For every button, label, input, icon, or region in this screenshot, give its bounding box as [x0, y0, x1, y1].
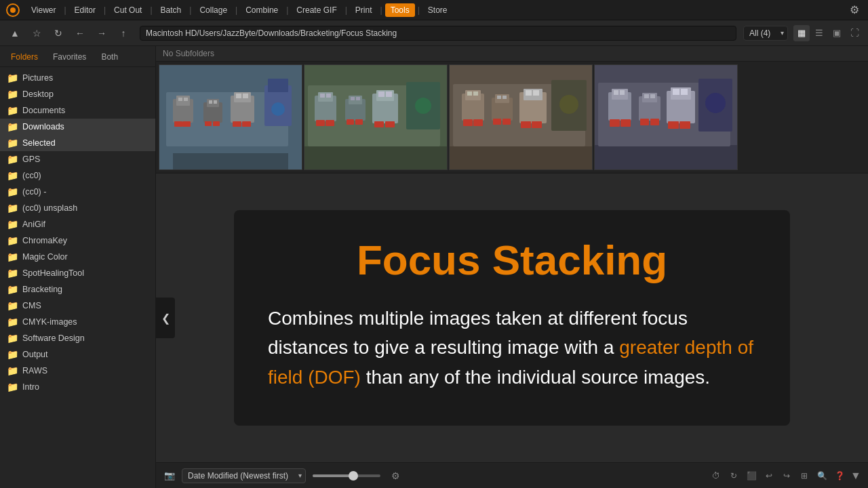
grid-view-button[interactable]: ▦	[793, 25, 810, 41]
folder-icon: 📁	[7, 333, 18, 344]
folder-selected[interactable]: 📁 Selected	[0, 135, 155, 151]
svg-rect-89	[640, 119, 649, 125]
zoom-in-icon-button[interactable]: 🔍	[814, 468, 830, 484]
svg-rect-64	[463, 119, 473, 126]
folder-cmyk-images[interactable]: 📁 CMYK-images	[0, 314, 155, 330]
menu-tools[interactable]: Tools	[385, 3, 415, 17]
collapse-button[interactable]: ▲	[5, 24, 24, 43]
svg-point-71	[559, 95, 578, 114]
rotate-icon-button[interactable]: ↻	[726, 468, 742, 484]
folder-documents[interactable]: 📁 Documents	[0, 102, 155, 119]
menu-creategif[interactable]: Create GIF	[291, 3, 342, 17]
svg-rect-40	[386, 92, 392, 97]
folder-downloads[interactable]: 📁 Downloads	[0, 119, 155, 135]
folder-anigif[interactable]: 📁 AniGif	[0, 216, 155, 232]
folder-spothealingtool[interactable]: 📁 SpotHealingTool	[0, 265, 155, 281]
folder-name: Downloads	[22, 122, 64, 131]
svg-rect-32	[326, 94, 331, 98]
menu-store[interactable]: Store	[422, 3, 453, 17]
folder-chromakey[interactable]: 📁 ChromaKey	[0, 232, 155, 249]
menu-cutout[interactable]: Cut Out	[108, 3, 147, 17]
zoom-slider-thumb[interactable]	[349, 471, 358, 481]
sep7: |	[345, 5, 347, 15]
svg-rect-31	[320, 94, 325, 98]
camera-icon-button[interactable]: 📷	[161, 468, 178, 484]
svg-rect-67	[502, 119, 511, 125]
sidebar-tab-folders[interactable]: Folders	[5, 50, 43, 64]
detail-view-button[interactable]: ▣	[829, 25, 845, 41]
sidebar-tab-both[interactable]: Both	[96, 50, 123, 64]
sort-dropdown[interactable]: Date Modified (Newest first)	[182, 468, 306, 483]
view-filter-dropdown[interactable]: All (4)	[743, 26, 788, 41]
folder-cms[interactable]: 📁 CMS	[0, 298, 155, 314]
forward-button[interactable]: →	[92, 24, 111, 43]
folder-gps[interactable]: 📁 GPS	[0, 151, 155, 167]
folder-icon: 📁	[7, 154, 18, 165]
folder-magiccolor[interactable]: 📁 Magic Color	[0, 249, 155, 265]
thumbnail-3[interactable]: 3	[449, 64, 593, 170]
folder-name: Desktop	[22, 89, 54, 99]
sep5: |	[235, 5, 237, 15]
folder-cc0-dash[interactable]: 📁 (cc0) -	[0, 184, 155, 200]
thumbnail-strip: 1	[156, 62, 868, 174]
crop-icon-button[interactable]: ⬛	[743, 468, 760, 484]
folder-desktop[interactable]: 📁 Desktop	[0, 86, 155, 102]
folder-pictures[interactable]: 📁 Pictures	[0, 70, 155, 86]
folder-output[interactable]: 📁 Output	[0, 346, 155, 363]
svg-rect-88	[620, 119, 631, 127]
redo-icon-button[interactable]: ↪	[778, 468, 795, 484]
svg-rect-82	[650, 94, 655, 98]
svg-rect-19	[205, 121, 212, 126]
menu-print[interactable]: Print	[350, 3, 378, 17]
folder-icon: 📁	[7, 203, 18, 214]
folder-name: Bracketing	[22, 285, 62, 294]
folder-cc0[interactable]: 📁 (cc0)	[0, 167, 155, 184]
view-icons-group: ▦ ☰ ▣ ⛶	[793, 25, 863, 41]
preview-nav-left-button[interactable]: ❮	[156, 298, 175, 338]
svg-rect-20	[213, 121, 220, 126]
expand-icon-button[interactable]: ▼	[849, 468, 863, 484]
up-button[interactable]: ↑	[114, 24, 133, 43]
menu-batch[interactable]: Batch	[155, 3, 187, 17]
grid-icon-button[interactable]: ⊞	[796, 468, 812, 484]
folder-software-design[interactable]: 📁 Software Design	[0, 330, 155, 346]
focus-stacking-body: Combines multiple images taken at differ…	[268, 304, 756, 392]
fullscreen-button[interactable]: ⛶	[846, 25, 863, 41]
undo-icon-button[interactable]: ↩	[761, 468, 777, 484]
folder-bracketing[interactable]: 📁 Bracketing	[0, 281, 155, 298]
folder-list: 📁 Pictures 📁 Desktop 📁 Documents 📁 Downl…	[0, 67, 155, 488]
menu-editor[interactable]: Editor	[69, 3, 101, 17]
sep4: |	[189, 5, 191, 15]
back-button[interactable]: ←	[71, 24, 90, 43]
svg-rect-68	[521, 121, 531, 128]
thumbnail-1[interactable]: 1	[159, 64, 302, 170]
svg-rect-73	[595, 145, 737, 169]
folder-intro[interactable]: 📁 Intro	[0, 379, 155, 395]
svg-rect-42	[326, 120, 334, 126]
folder-name: Output	[22, 350, 48, 359]
svg-rect-44	[355, 119, 363, 125]
menu-bar: Viewer | Editor | Cut Out | Batch | Coll…	[0, 0, 868, 20]
folder-raws[interactable]: 📁 RAWS	[0, 363, 155, 379]
help-icon-button[interactable]: ❓	[831, 468, 848, 484]
timer-icon-button[interactable]: ⏱	[708, 468, 724, 484]
menu-viewer[interactable]: Viewer	[26, 3, 61, 17]
menu-collage[interactable]: Collage	[194, 3, 233, 17]
settings-button[interactable]: ⚙	[846, 2, 863, 18]
view-filter-select[interactable]: All (4)	[743, 26, 788, 41]
menu-combine[interactable]: Combine	[240, 3, 283, 17]
settings-gear-button[interactable]: ⚙	[387, 468, 403, 484]
svg-rect-27	[304, 146, 447, 169]
folder-name: SpotHealingTool	[22, 268, 84, 278]
folder-icon: 📁	[7, 89, 18, 100]
star-button[interactable]: ☆	[27, 24, 46, 43]
folder-name: AniGif	[22, 220, 45, 229]
sidebar-tab-favorites[interactable]: Favorites	[47, 50, 92, 64]
list-view-button[interactable]: ☰	[811, 25, 827, 41]
folder-cc0-unsplash[interactable]: 📁 (cc0) unsplash	[0, 200, 155, 216]
svg-rect-92	[679, 121, 690, 129]
thumbnail-2[interactable]: 2	[304, 64, 448, 170]
sort-dropdown-wrap[interactable]: Date Modified (Newest first)	[182, 468, 306, 483]
thumbnail-4[interactable]: 4	[594, 64, 738, 170]
refresh-button[interactable]: ↻	[49, 24, 68, 43]
